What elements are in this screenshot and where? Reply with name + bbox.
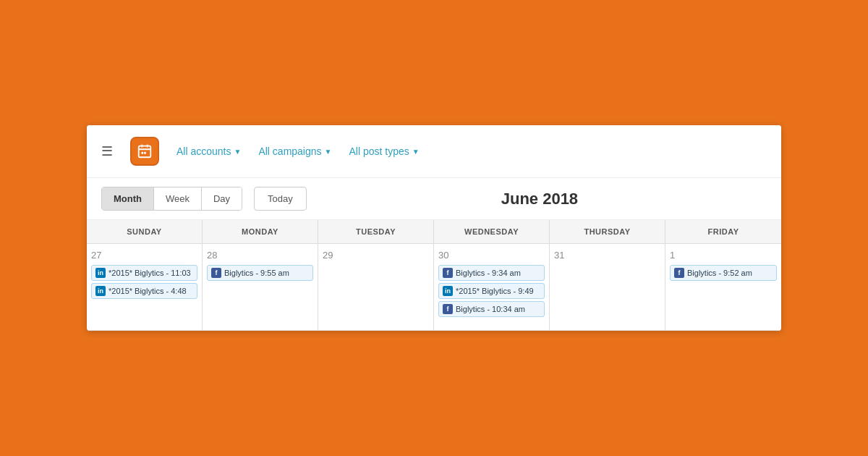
header-sunday: SUNDAY — [87, 220, 203, 243]
calendar-day-cell: 29 — [318, 244, 434, 331]
svg-rect-0 — [139, 146, 151, 158]
event-label: *2015* Biglytics - 4:48 — [109, 287, 187, 295]
day-number: 31 — [554, 250, 660, 261]
calendar-icon — [137, 143, 153, 159]
day-number: 28 — [207, 250, 313, 261]
day-view-button[interactable]: Day — [202, 187, 242, 210]
chevron-down-icon: ▼ — [234, 148, 241, 156]
app-container: ☰ All accounts ▼ All campaigns ▼ All pos… — [87, 125, 781, 331]
svg-rect-5 — [144, 152, 146, 154]
calendar-grid: SUNDAY MONDAY TUESDAY WEDNESDAY THURSDAY… — [87, 220, 781, 331]
calendar-header: SUNDAY MONDAY TUESDAY WEDNESDAY THURSDAY… — [87, 220, 781, 244]
today-button[interactable]: Today — [254, 187, 307, 211]
facebook-icon: f — [674, 268, 684, 278]
calendar-day-cell: 30fBiglytics - 9:34 amin*2015* Biglytics… — [434, 244, 550, 331]
calendar-event[interactable]: fBiglytics - 9:55 am — [207, 265, 313, 281]
header-wednesday: WEDNESDAY — [434, 220, 550, 243]
calendar-day-cell: 27in*2015* Biglytics - 11:03in*2015* Big… — [87, 244, 203, 331]
calendar-event[interactable]: in*2015* Biglytics - 4:48 — [91, 283, 197, 299]
top-bar: ☰ All accounts ▼ All campaigns ▼ All pos… — [87, 125, 781, 178]
event-label: *2015* Biglytics - 11:03 — [109, 269, 191, 277]
calendar-day-cell: 28fBiglytics - 9:55 am — [203, 244, 318, 331]
calendar-event[interactable]: in*2015* Biglytics - 9:49 — [438, 283, 545, 299]
calendar-body: 27in*2015* Biglytics - 11:03in*2015* Big… — [87, 244, 781, 331]
day-number: 27 — [91, 250, 197, 261]
all-post-types-dropdown[interactable]: All post types ▼ — [349, 145, 419, 157]
event-label: Biglytics - 9:34 am — [456, 269, 521, 277]
hamburger-icon[interactable]: ☰ — [101, 143, 113, 159]
day-number: 29 — [323, 250, 429, 261]
facebook-icon: f — [443, 268, 453, 278]
all-campaigns-dropdown[interactable]: All campaigns ▼ — [258, 145, 331, 157]
event-label: Biglytics - 9:55 am — [224, 269, 289, 277]
event-label: *2015* Biglytics - 9:49 — [456, 287, 534, 295]
linkedin-icon: in — [95, 286, 106, 296]
calendar-day-cell: 31 — [550, 244, 665, 331]
calendar-event[interactable]: fBiglytics - 10:34 am — [438, 301, 545, 317]
header-tuesday: TUESDAY — [318, 220, 434, 243]
day-number: 1 — [670, 250, 777, 261]
chevron-down-icon: ▼ — [412, 148, 420, 156]
event-label: Biglytics - 9:52 am — [687, 269, 752, 277]
facebook-icon: f — [443, 304, 453, 314]
event-label: Biglytics - 10:34 am — [456, 305, 525, 313]
header-thursday: THURSDAY — [550, 220, 665, 243]
calendar-event[interactable]: fBiglytics - 9:34 am — [438, 265, 545, 281]
calendar-app-button[interactable] — [130, 137, 159, 166]
all-accounts-dropdown[interactable]: All accounts ▼ — [176, 145, 241, 157]
day-number: 30 — [438, 250, 545, 261]
calendar-event[interactable]: fBiglytics - 9:52 am — [670, 265, 777, 281]
month-view-button[interactable]: Month — [102, 187, 154, 210]
view-toggle-group: Month Week Day — [101, 187, 242, 211]
week-view-button[interactable]: Week — [154, 187, 202, 210]
facebook-icon: f — [211, 268, 221, 278]
linkedin-icon: in — [443, 286, 453, 296]
svg-rect-4 — [141, 152, 143, 154]
header-friday: FRIDAY — [665, 220, 781, 243]
calendar-event[interactable]: in*2015* Biglytics - 11:03 — [91, 265, 197, 281]
calendar-day-cell: 1fBiglytics - 9:52 am — [665, 244, 781, 331]
header-monday: MONDAY — [203, 220, 318, 243]
toolbar: Month Week Day Today June 2018 — [87, 178, 781, 220]
month-title: June 2018 — [312, 190, 767, 208]
chevron-down-icon: ▼ — [325, 148, 332, 156]
linkedin-icon: in — [95, 268, 106, 278]
